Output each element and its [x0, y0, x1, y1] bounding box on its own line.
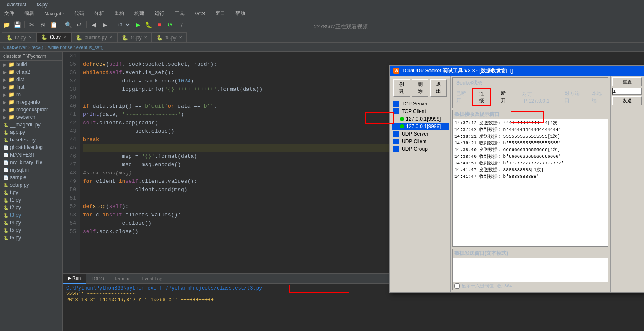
dialog-body: 创建 删除 退出 TCP Server TCP Client 127.0.0.1…: [390, 76, 644, 292]
sidebar-item-t3py[interactable]: 🐍 t3.py: [0, 211, 62, 219]
rerun-button[interactable]: ⟳: [166, 20, 175, 29]
dialog-title-text: TCP/UDP Socket 调试工具 V2.3 - [数据收发窗口]: [402, 67, 513, 74]
create-button[interactable]: 创建: [393, 79, 410, 97]
sidebar-item-tpy[interactable]: 🐍 t.py: [0, 189, 62, 196]
bottom-tab-terminal[interactable]: Terminal: [109, 274, 137, 284]
dot-green-1: [400, 117, 404, 121]
tree-tcp-client[interactable]: TCP Client: [392, 108, 449, 115]
repeat-count-input[interactable]: [612, 88, 642, 95]
breadcrumb-chatserver[interactable]: ChatServer: [3, 45, 27, 50]
menu-run[interactable]: 运行: [152, 9, 167, 18]
stop-button[interactable]: ■: [155, 20, 164, 29]
debug-button[interactable]: 🐛: [144, 20, 153, 29]
tab-t4py-close[interactable]: ✕: [144, 35, 147, 40]
toolbar-save[interactable]: 💾: [13, 20, 22, 29]
sidebar-item-chap2[interactable]: ▶ 📁 chap2: [0, 68, 62, 76]
sidebar: classtest F:\Pycharm ▶ 📁 build ▶ 📁 chap2…: [0, 52, 63, 331]
menu-navigate[interactable]: Navigate: [42, 10, 67, 18]
hex-checkbox-input[interactable]: [454, 283, 460, 289]
sidebar-item-t5py[interactable]: 🐍 t5.py: [0, 226, 62, 234]
tab-builtins-close[interactable]: ✕: [109, 35, 113, 40]
menu-build[interactable]: 构建: [132, 9, 147, 18]
help-toolbar-btn[interactable]: ?: [177, 20, 186, 29]
tab-t2py-label: t2.py: [15, 35, 26, 41]
sidebar-item-sample[interactable]: 📄 sample: [0, 174, 62, 181]
sidebar-item-manifest[interactable]: 📄 MANIFEST: [0, 151, 62, 159]
breadcrumb-recv[interactable]: recv(): [31, 45, 43, 50]
toolbar-replace[interactable]: ↩: [74, 20, 84, 29]
hex-checkbox-label[interactable]: 显示十六进制值: [454, 283, 494, 289]
sidebar-item-build[interactable]: ▶ 📁 build: [0, 61, 62, 68]
menu-refactor[interactable]: 重构: [112, 9, 127, 18]
run-config-select[interactable]: t3: [115, 21, 131, 28]
sidebar-item-dist[interactable]: ▶ 📁 dist: [0, 76, 62, 83]
send-button[interactable]: 发送: [612, 96, 642, 105]
ln-45: 45: [63, 144, 76, 152]
menu-edit[interactable]: 编辑: [22, 9, 37, 18]
toolbar-open[interactable]: 📁: [2, 20, 11, 29]
bottom-tab-run[interactable]: ▶ Run: [63, 274, 86, 284]
udp-server-label: UDP Server: [402, 131, 428, 137]
send-content-area[interactable]: [453, 258, 608, 282]
disconnect-button[interactable]: 断开: [495, 89, 513, 105]
tree-udp-client[interactable]: UDP Client: [392, 138, 449, 145]
toolbar-back[interactable]: ◀: [89, 20, 98, 29]
sidebar-item-mybinaryfile[interactable]: 📄 my_binary_file: [0, 159, 62, 166]
tab-t3py-close[interactable]: ✕: [63, 35, 67, 40]
menu-code[interactable]: 代码: [72, 9, 87, 18]
menu-window[interactable]: 窗口: [213, 9, 228, 18]
ln-54: 54: [63, 219, 76, 228]
tree-ip-9999-1[interactable]: 127.0.0.1[9999]: [392, 115, 449, 123]
ln-34: 34: [63, 52, 76, 60]
sidebar-item-basetestpy[interactable]: 🐍 basetest.py: [0, 136, 62, 144]
toolbar-paste[interactable]: 📋: [49, 20, 58, 29]
toolbar-search[interactable]: 🔍: [64, 20, 73, 29]
sidebar-item-megginfo[interactable]: ▶ 📁 m.egg-info: [0, 98, 62, 106]
exit-button[interactable]: 退出: [430, 79, 447, 97]
toolbar-forward[interactable]: ▶: [100, 20, 109, 29]
sidebar-item-webarch[interactable]: ▶ 📁 webarch: [0, 113, 62, 121]
sidebar-item-t1py[interactable]: 🐍 t1.py: [0, 196, 62, 204]
tree-ip-9999-2[interactable]: 127.0.0.1[9999]: [392, 123, 449, 130]
sidebar-item-ghostdriver[interactable]: 📄 ghostdriver.log: [0, 144, 62, 151]
menu-tools[interactable]: 工具: [172, 9, 187, 18]
tree-udp-group[interactable]: UDP Group: [392, 145, 449, 153]
sidebar-item-magedupy[interactable]: 🐍 __magedu.py: [0, 121, 62, 128]
breadcrumb-while[interactable]: while not self.event.is_set(): [48, 45, 104, 50]
connect-button[interactable]: 连接: [472, 88, 491, 106]
sidebar-item-setuppy[interactable]: 🐍 setup.py: [0, 181, 62, 189]
tab-t2py[interactable]: 🐍 t2.py ✕: [2, 32, 36, 42]
menu-file[interactable]: 文件: [2, 9, 17, 18]
tab-t3py[interactable]: 🐍 t3.py ✕: [36, 32, 71, 42]
tree-udp-server[interactable]: UDP Server: [392, 130, 449, 138]
bottom-tab-eventlog[interactable]: Event Log: [136, 274, 167, 284]
sidebar-item-mysqlini[interactable]: 📄 mysql.ini: [0, 166, 62, 174]
tab-t4py[interactable]: 🐍 t4.py ✕: [117, 32, 152, 42]
sidebar-item-apppy[interactable]: 🐍 app.py: [0, 128, 62, 136]
sidebar-item-t2py[interactable]: 🐍 t2.py: [0, 204, 62, 211]
sidebar-item-t6py[interactable]: 🐍 t6.py: [0, 234, 62, 241]
sidebar-item-first[interactable]: ▶ 📁 first: [0, 83, 62, 91]
bottom-tab-todo[interactable]: TODO: [86, 274, 109, 284]
project-tab-classtest[interactable]: classtest: [3, 0, 30, 9]
sidebar-item-t4py[interactable]: 🐍 t4.py: [0, 219, 62, 226]
toolbar-cut[interactable]: ✂: [27, 20, 36, 29]
tab-builtins[interactable]: 🐍 builtins.py ✕: [71, 32, 117, 42]
run-button[interactable]: ▶: [133, 20, 142, 29]
menu-analyze[interactable]: 分析: [92, 9, 107, 18]
tab-t5py-close[interactable]: ✕: [179, 35, 182, 40]
delete-button[interactable]: 删除: [412, 79, 428, 97]
sidebar-item-mageduspider[interactable]: ▶ 📁 mageduspider: [0, 106, 62, 113]
reset-button[interactable]: 重置: [612, 77, 642, 86]
toolbar-copy[interactable]: ⎘: [38, 20, 47, 29]
tree-tcp-server[interactable]: TCP Server: [392, 100, 449, 108]
menu-help[interactable]: 帮助: [233, 9, 248, 18]
project-tab-t3[interactable]: t3.py: [33, 0, 51, 9]
menu-vcs[interactable]: VCS: [192, 10, 208, 18]
tab-t2py-close[interactable]: ✕: [28, 35, 32, 40]
tab-t5py[interactable]: 🐍 t5.py ✕: [152, 32, 187, 42]
sidebar-item-m[interactable]: ▶ 📁 m: [0, 91, 62, 98]
py-icon-t5py: 🐍: [3, 228, 8, 233]
tab-t5py-icon: 🐍: [157, 35, 163, 41]
ln-46: 46: [63, 152, 76, 161]
